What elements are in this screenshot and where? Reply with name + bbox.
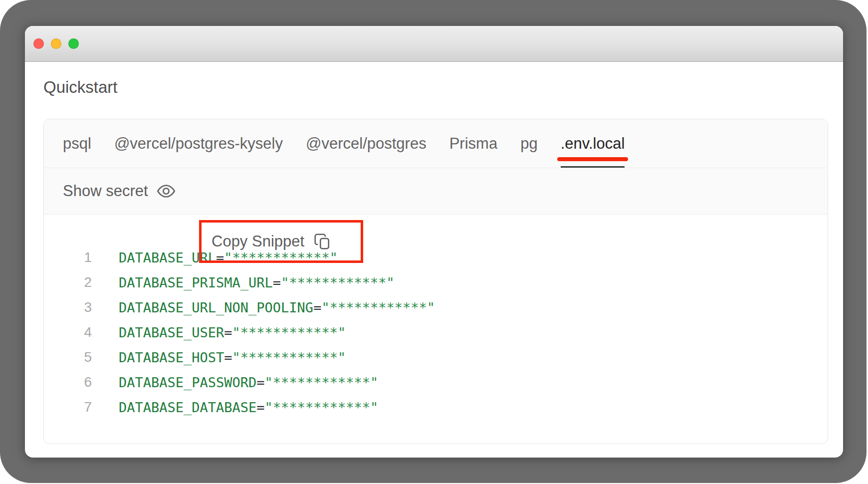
window-titlebar[interactable]: [25, 26, 843, 62]
code-line: 5DATABASE_HOST="************": [44, 345, 828, 370]
line-number: 2: [44, 274, 92, 290]
line-number: 5: [44, 349, 92, 365]
screenshot-stage: Quickstart psql@vercel/postgres-kysely@v…: [0, 0, 868, 484]
copy-icon: [313, 233, 331, 250]
tab-pg[interactable]: pg: [520, 119, 537, 168]
show-secret-label: Show secret: [63, 182, 148, 200]
tab-env-local[interactable]: .env.local: [561, 119, 625, 168]
code-text: DATABASE_HOST="************": [119, 350, 346, 365]
close-button[interactable]: [33, 38, 44, 49]
tab-label: pg: [520, 135, 537, 153]
annotation-copy-snippet-box: Copy Snippet: [199, 220, 363, 263]
tab-prisma[interactable]: Prisma: [449, 119, 497, 168]
zoom-button[interactable]: [68, 38, 79, 49]
active-tab-indicator: [561, 166, 625, 168]
tab-label: @vercel/postgres: [306, 135, 427, 153]
code-block: 1DATABASE_URL="************"2DATABASE_PR…: [44, 215, 828, 420]
eye-icon: [156, 181, 176, 201]
show-secret-button[interactable]: Show secret: [63, 181, 176, 201]
line-number: 4: [44, 324, 92, 340]
minimize-button[interactable]: [51, 38, 61, 49]
code-line: 4DATABASE_USER="************": [44, 320, 828, 345]
line-number: 7: [44, 399, 92, 415]
tab-psql[interactable]: psql: [63, 119, 91, 168]
code-text: DATABASE_PRISMA_URL="************": [119, 275, 395, 290]
code-line: 6DATABASE_PASSWORD="************": [44, 370, 828, 395]
code-line: 3DATABASE_URL_NON_POOLING="************": [44, 295, 828, 320]
tab-bar: psql@vercel/postgres-kysely@vercel/postg…: [44, 119, 828, 168]
snippet-card: psql@vercel/postgres-kysely@vercel/postg…: [43, 119, 828, 444]
code-text: DATABASE_PASSWORD="************": [119, 375, 378, 390]
code-line: 2DATABASE_PRISMA_URL="************": [44, 270, 828, 295]
code-text: DATABASE_URL_NON_POOLING="************": [119, 300, 435, 315]
snippet-toolbar: Show secret Copy Snippet: [44, 168, 828, 215]
line-number: 6: [44, 374, 92, 390]
copy-snippet-button[interactable]: Copy Snippet: [212, 233, 331, 250]
code-line: 7DATABASE_DATABASE="************": [44, 395, 828, 420]
code-text: DATABASE_USER="************": [119, 325, 346, 340]
code-text: DATABASE_DATABASE="************": [119, 400, 378, 415]
tab-label: .env.local: [561, 135, 625, 153]
tab-vercel-postgres-kysely[interactable]: @vercel/postgres-kysely: [114, 119, 283, 168]
copy-snippet-label: Copy Snippet: [212, 233, 304, 250]
line-number: 3: [44, 299, 92, 315]
line-number: 1: [44, 249, 92, 265]
tab-label: psql: [63, 135, 91, 153]
app-window: Quickstart psql@vercel/postgres-kysely@v…: [25, 26, 843, 458]
code-line: 1DATABASE_URL="************": [44, 245, 828, 270]
page-title: Quickstart: [43, 78, 118, 97]
tab-vercel-postgres[interactable]: @vercel/postgres: [306, 119, 427, 168]
tab-label: @vercel/postgres-kysely: [114, 135, 283, 153]
tab-label: Prisma: [449, 135, 497, 153]
annotation-tab-underline: [557, 157, 629, 161]
